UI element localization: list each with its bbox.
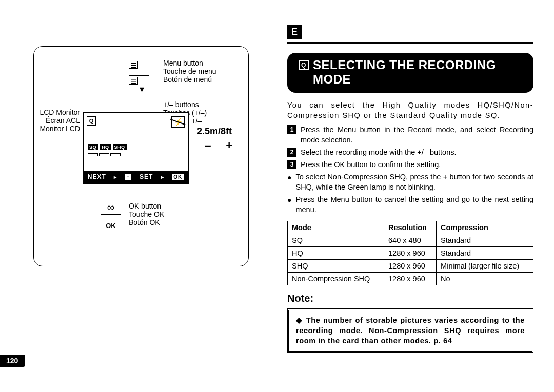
flash-off-icon: ⚡ [171,116,185,128]
menu-button-graphic: ▾ [129,61,154,93]
table-header-row: Mode Resolution Compression [288,221,533,234]
note-heading: Note: [287,293,533,304]
bullet-1: ● To select Non-Compression SHQ, press t… [287,172,533,192]
lcd-bottom-bar: NEXT▸ ≡ SET▸ OK [84,171,188,183]
diamond-icon: ◆ [296,316,303,324]
q-icon: Q [299,60,309,70]
content-column: E Q SELECTING THE RECORDING MODE You can… [287,25,533,353]
diagram-area: ▾ Menu button Touche de menu Botón de me… [33,46,264,266]
minus-button-graphic: – [197,139,219,153]
page-number: 120 [0,355,25,367]
bullet-2: ● Press the Menu button to cancel the se… [287,194,533,215]
diagram-frame: ▾ Menu button Touche de menu Botón de me… [33,46,249,266]
infinity-icon: ∞ [101,201,121,213]
lcd-screen: Q ⚡ SQ HQ SHQ NEXT▸ ≡ SET▸ OK [83,112,189,184]
lcd-mode-chips: SQ HQ SHQ [88,144,127,150]
label-ok-button: OK button Touche OK Botón OK [129,202,164,226]
bullet-icon: ● [287,172,291,192]
distance-value: 2.5m/8ft [197,126,240,137]
manual-page: ▾ Menu button Touche de menu Botón de me… [0,0,554,392]
step-number-icon: 1 [287,125,296,134]
steps-list: 1 Press the Menu button in the Record mo… [287,125,533,215]
plus-minus-graphic: 2.5m/8ft – + [197,126,240,153]
arrow-down-icon: ▾ [129,86,154,93]
bullet-icon: ● [287,195,291,215]
label-lcd-monitor: LCD Monitor Écran ACL Monitor LCD [37,108,80,133]
table-row: HQ1280 x 960Standard [288,247,533,260]
plus-button-graphic: + [219,139,240,153]
lcd-bars-icon [88,153,121,156]
table-row: Non-Compression SHQ1280 x 960No [288,273,533,285]
table-row: SQ640 x 480Standard [288,234,533,247]
step-number-icon: 3 [287,160,296,169]
menu-icon [129,77,138,85]
label-menu-button: Menu button Touche de menu Botón de menú [163,59,216,84]
table-row: SHQ1280 x 960Minimal (larger file size) [288,260,533,273]
lcd-q-icon: Q [87,116,96,126]
menu-icon [129,61,138,69]
menu-icon: ≡ [125,174,132,180]
language-badge: E [287,25,302,39]
ok-button-graphic: ∞ OK [101,201,121,230]
rule [287,42,533,44]
note-box: ◆The number of storable pictures varies … [287,308,533,353]
step-number-icon: 2 [287,148,296,157]
section-heading: Q SELECTING THE RECORDING MODE [287,53,533,93]
step-2: 2 Select the recording mode with the +/–… [287,147,533,157]
step-1: 1 Press the Menu button in the Record mo… [287,125,533,145]
step-3: 3 Press the OK button to confirm the set… [287,159,533,170]
mode-table: Mode Resolution Compression SQ640 x 480S… [287,221,533,285]
intro-paragraph: You can select the High Quality modes HQ… [287,100,533,120]
